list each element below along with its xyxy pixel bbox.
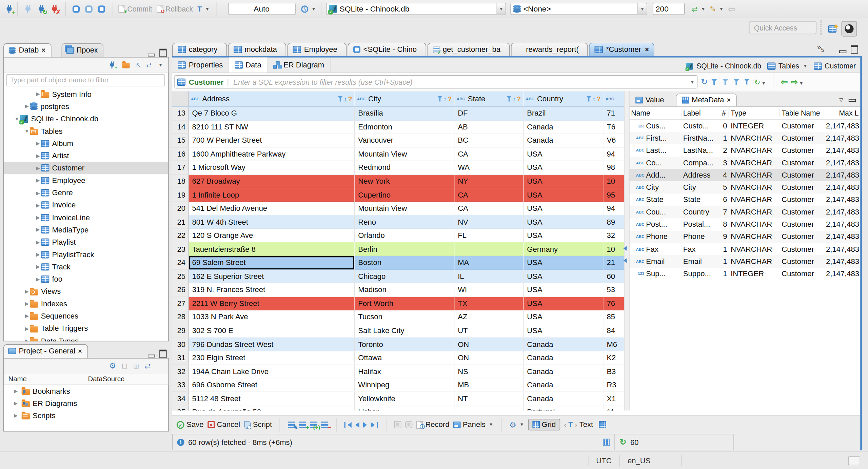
expand-arrow-icon[interactable]: ▶	[35, 178, 41, 183]
tree-item[interactable]: ▶ Table Triggers	[4, 322, 168, 334]
schema-combo[interactable]: <None> ▼	[511, 3, 647, 15]
cell-country[interactable]: USA	[524, 270, 603, 283]
column-header[interactable]: Name	[629, 109, 681, 117]
column-header[interactable]: Table Name	[780, 109, 824, 117]
table-row[interactable]: 30 796 Dundas Street West Toronto ON Can…	[172, 338, 624, 351]
cell-state[interactable]	[454, 243, 524, 256]
cell-address[interactable]: 627 Broadway	[189, 175, 355, 188]
fetch-prev-icon[interactable]: ⇦	[781, 77, 788, 87]
cell-country[interactable]: USA	[524, 175, 603, 188]
cell-country[interactable]: USA	[524, 161, 603, 175]
cell-country[interactable]: Portugal	[524, 406, 603, 411]
cell-city[interactable]: Lisbon	[355, 406, 455, 411]
meta-label-cell[interactable]: Postal...	[682, 220, 722, 228]
meta-maxlength-cell[interactable]: 2,147,483	[824, 257, 860, 265]
column-header-partial[interactable]: ABC	[604, 91, 624, 106]
column-header[interactable]: ABC Address ↕ ?	[189, 91, 355, 106]
row-number-cell[interactable]: 19	[172, 188, 189, 202]
row-number-cell[interactable]: 23	[172, 243, 189, 256]
tab-metadata[interactable]: MetaData ×	[676, 94, 737, 106]
cell-city[interactable]: Tucson	[355, 310, 455, 324]
meta-maxlength-cell[interactable]: 2,147,483	[824, 220, 860, 228]
gear-icon[interactable]: ⚙	[109, 362, 116, 370]
meta-maxlength-cell[interactable]: 2,147,483	[824, 122, 860, 130]
cell-city[interactable]: Berlin	[355, 243, 455, 256]
metadata-row[interactable]: ABC Co... Compa... 3 NVARCHAR Customer 2…	[629, 157, 860, 169]
cell-country[interactable]: USA	[524, 147, 603, 161]
meta-ordinal-cell[interactable]: 1	[721, 269, 729, 278]
cell-city[interactable]: Cupertino	[355, 188, 455, 202]
maximize-icon[interactable]	[851, 45, 858, 54]
transaction-log-button[interactable]: T▼	[197, 5, 210, 13]
tree-item[interactable]: ▶ Employee	[4, 174, 168, 186]
collapse-icon[interactable]: ⊟	[121, 362, 127, 370]
row-number-cell[interactable]: 14	[172, 120, 189, 134]
row-number-cell[interactable]: 34	[172, 392, 189, 406]
cell-postalcode[interactable]: 71	[604, 107, 624, 120]
cell-address[interactable]: 230 Elgin Street	[189, 351, 355, 365]
expand-arrow-icon[interactable]: ▶	[24, 289, 30, 294]
table-row[interactable]: 20 541 Del Medio Avenue Mountain View CA…	[172, 202, 624, 216]
minimize-icon[interactable]	[148, 54, 155, 56]
meta-table-cell[interactable]: Customer	[780, 269, 824, 278]
row-number-cell[interactable]: 21	[172, 216, 189, 229]
cell-country[interactable]: USA	[524, 229, 603, 243]
breadcrumb-table[interactable]: Customer	[825, 62, 856, 70]
cell-state[interactable]: WA	[454, 161, 524, 175]
sql-formatter-button[interactable]: ✎▼	[710, 5, 724, 13]
cancel-button[interactable]: × Cancel	[208, 421, 240, 429]
meta-type-cell[interactable]: NVARCHAR	[729, 183, 780, 191]
editor-tab[interactable]: rewards_report(	[511, 43, 588, 56]
open-perspective-icon[interactable]: ◆	[828, 25, 837, 33]
grid-view-button[interactable]: Grid	[528, 419, 560, 430]
row-number-cell[interactable]: 17	[172, 161, 189, 175]
table-row[interactable]: 17 1 Microsoft Way Redmond WA USA 98	[172, 161, 624, 175]
project-item[interactable]: ▶ ER Diagrams	[4, 397, 168, 409]
cell-city[interactable]: Madison	[355, 283, 455, 297]
cell-postalcode[interactable]: 21	[604, 256, 624, 270]
cell-address[interactable]: 1600 Amphitheatre Parkway	[189, 147, 355, 161]
meta-name-cell[interactable]: ABC Cou...	[629, 208, 681, 216]
expand-arrow-icon[interactable]: ▶	[24, 338, 30, 342]
fetch-next-icon[interactable]: ⇨▼	[791, 77, 804, 87]
meta-ordinal-cell[interactable]: 1	[721, 257, 729, 265]
tx-mode-combo[interactable]: Auto	[228, 3, 295, 15]
filter-apply-icon[interactable]	[711, 79, 717, 85]
cell-address[interactable]: 69 Salem Street	[189, 256, 355, 270]
tree-item[interactable]: ▶ Album	[4, 137, 168, 149]
meta-label-cell[interactable]: State	[682, 196, 722, 204]
cell-country[interactable]: USA	[524, 324, 603, 338]
metadata-row[interactable]: 123 Sup... Suppo... 1 INTEGER Customer 2…	[629, 267, 860, 280]
table-row[interactable]: 32 194A Chain Lake Drive Halifax NS Cana…	[172, 365, 624, 379]
cell-country[interactable]: Canada	[524, 120, 603, 134]
tree-item[interactable]: ▶ MediaType	[4, 224, 168, 236]
meta-type-cell[interactable]: INTEGER	[729, 269, 780, 278]
cell-postalcode[interactable]: 95	[604, 188, 624, 202]
quick-access-input[interactable]: Quick Access	[749, 21, 816, 34]
cell-city[interactable]: Edmonton	[355, 120, 455, 134]
cell-address[interactable]: 120 S Orange Ave	[189, 229, 355, 243]
table-row[interactable]: 31 230 Elgin Street Ottawa ON Canada K2	[172, 351, 624, 365]
cell-state[interactable]: AB	[454, 120, 524, 134]
cell-postalcode[interactable]: 89	[604, 216, 624, 229]
row-number-cell[interactable]: 22	[172, 229, 189, 243]
row-number-cell[interactable]: 24	[172, 256, 189, 270]
cell-state[interactable]: AZ	[454, 310, 524, 324]
cell-postalcode[interactable]: 85	[604, 310, 624, 324]
meta-table-cell[interactable]: Customer	[780, 146, 824, 154]
first-row-button[interactable]	[344, 422, 352, 427]
cell-country[interactable]: Canada	[524, 392, 603, 406]
minimize-icon[interactable]	[839, 50, 846, 53]
cell-address[interactable]: 1033 N Park Ave	[189, 310, 355, 324]
back-button[interactable]: ⇦	[728, 4, 735, 14]
meta-table-cell[interactable]: Customer	[780, 171, 824, 179]
meta-name-cell[interactable]: ABC Phone	[629, 232, 681, 241]
cell-city[interactable]: Mountain View	[355, 202, 455, 216]
metadata-row[interactable]: ABC Post... Postal... 8 NVARCHAR Custome…	[629, 218, 860, 230]
cell-city[interactable]: Brasília	[355, 107, 455, 120]
link-with-editor-icon[interactable]: ⇄	[146, 61, 152, 69]
meta-maxlength-cell[interactable]: 2,147,483	[824, 134, 860, 142]
metadata-row[interactable]: ABC State State 6 NVARCHAR Customer 2,14…	[629, 193, 860, 206]
view-menu-icon[interactable]: ▼	[158, 62, 163, 67]
object-filter-input[interactable]	[6, 74, 165, 86]
